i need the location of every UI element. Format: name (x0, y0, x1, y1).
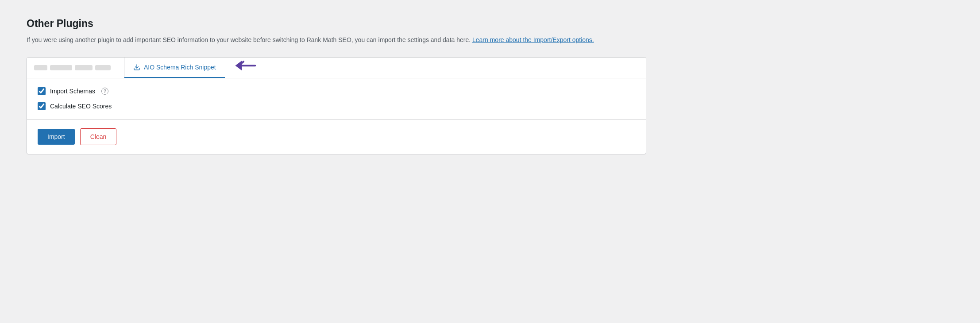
tab-aio-schema[interactable]: AIO Schema Rich Snippet (124, 58, 225, 78)
placeholder-bar-1 (34, 65, 47, 70)
calculate-seo-label[interactable]: Calculate SEO Scores (50, 103, 112, 110)
svg-marker-1 (235, 61, 242, 71)
tab-row: AIO Schema Rich Snippet (124, 58, 259, 78)
help-icon[interactable]: ? (101, 88, 108, 95)
import-schemas-row: Import Schemas ? (38, 87, 635, 95)
learn-more-link[interactable]: Learn more about the Import/Export optio… (472, 36, 594, 43)
plugin-options: Import Schemas ? Calculate SEO Scores (27, 78, 646, 119)
calculate-seo-checkbox[interactable] (38, 102, 46, 110)
arrow-pointer (232, 58, 259, 77)
page-title: Other Plugins (27, 18, 953, 30)
import-schemas-checkbox[interactable] (38, 87, 46, 95)
plugin-tabs: AIO Schema Rich Snippet (27, 58, 646, 78)
placeholder-bar-4 (95, 65, 111, 70)
clean-button[interactable]: Clean (80, 128, 117, 145)
import-button[interactable]: Import (38, 129, 75, 145)
page-description: If you were using another plugin to add … (27, 35, 646, 45)
plugin-actions: Import Clean (27, 119, 646, 154)
placeholder-bar-2 (50, 65, 72, 70)
import-schemas-label[interactable]: Import Schemas (50, 88, 95, 95)
tab-label: AIO Schema Rich Snippet (144, 64, 216, 71)
calculate-seo-row: Calculate SEO Scores (38, 102, 635, 110)
plugin-card: AIO Schema Rich Snippet Import Schemas ?… (27, 57, 646, 154)
plugin-tab-placeholder (27, 58, 124, 78)
import-icon (133, 64, 140, 71)
placeholder-bar-3 (75, 65, 93, 70)
